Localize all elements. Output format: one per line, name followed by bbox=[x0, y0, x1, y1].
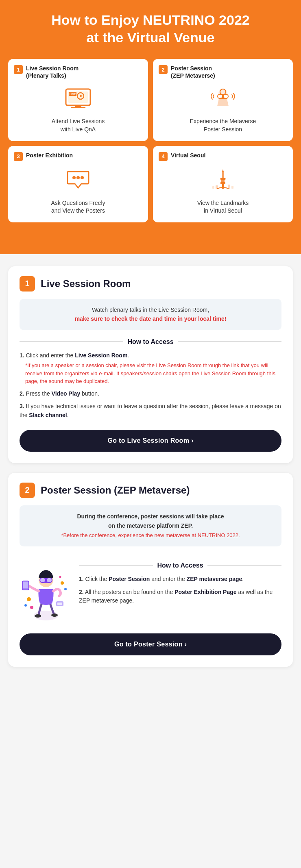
card-header-3: 3 Poster Exhibition bbox=[14, 152, 142, 161]
section-1-info-normal: Watch plenary talks in the Live Session … bbox=[92, 307, 209, 313]
section-1-header: 1 Live Session Room bbox=[20, 276, 281, 292]
metaverse-person-illustration bbox=[22, 559, 70, 624]
card-header-2: 2 Poster Session(ZEP Metaverse) bbox=[159, 65, 287, 79]
section-2-info-box: During the conference, poster sessions w… bbox=[20, 505, 281, 546]
poster-illustration bbox=[20, 555, 72, 624]
section-2-steps: 1. Click the Poster Session and enter th… bbox=[79, 575, 281, 605]
svg-rect-41 bbox=[57, 603, 62, 605]
top-grid-wrapper: 1 Live Session Room(Plenary Talks) LIVE … bbox=[0, 59, 301, 239]
svg-rect-34 bbox=[40, 578, 45, 582]
card-header-1: 1 Live Session Room(Plenary Talks) bbox=[14, 65, 142, 79]
feature-grid: 1 Live Session Room(Plenary Talks) LIVE … bbox=[8, 59, 293, 222]
svg-point-44 bbox=[59, 576, 61, 578]
svg-rect-21 bbox=[222, 172, 224, 180]
divider-line-right bbox=[178, 342, 281, 342]
svg-point-16 bbox=[81, 176, 84, 179]
svg-rect-7 bbox=[71, 107, 85, 108]
section-1-how-to-access: How to Access bbox=[127, 338, 173, 346]
section-1-steps: 1. Click and enter the Live Session Room… bbox=[20, 351, 281, 420]
svg-point-38 bbox=[24, 604, 27, 607]
poster-exhibition-icon bbox=[63, 168, 93, 195]
svg-rect-26 bbox=[231, 186, 233, 189]
svg-point-28 bbox=[35, 614, 41, 618]
svg-rect-31 bbox=[23, 582, 28, 588]
grid-card-1: 1 Live Session Room(Plenary Talks) LIVE … bbox=[8, 59, 148, 141]
card-desc-2: Experience the MetaversePoster Session bbox=[190, 117, 256, 133]
section-2-how-to-access: How to Access bbox=[157, 562, 203, 569]
svg-point-29 bbox=[51, 613, 58, 617]
section-2-divider: How to Access bbox=[79, 562, 281, 569]
section-2-badge: 2 bbox=[20, 483, 35, 498]
sections-wrapper: 1 Live Session Room Watch plenary talks … bbox=[0, 254, 301, 679]
divider-line-right-2 bbox=[207, 566, 281, 566]
section-1-info-red: make sure to check the date and time in … bbox=[75, 315, 227, 322]
card-title-3: Poster Exhibition bbox=[26, 152, 73, 159]
svg-point-37 bbox=[27, 597, 31, 601]
main-title: How to Enjoy NEUTRINO 2022 at the Virtua… bbox=[16, 11, 285, 46]
svg-rect-19 bbox=[221, 180, 225, 183]
section-1-badge: 1 bbox=[20, 276, 35, 292]
card-badge-2: 2 bbox=[159, 65, 168, 74]
card-title-4: Virtual Seoul bbox=[171, 152, 205, 159]
svg-rect-23 bbox=[216, 185, 218, 189]
step-1-3: 3. If you have technical issues or want … bbox=[20, 402, 281, 420]
svg-rect-12 bbox=[224, 95, 228, 98]
step-1-1: 1. Click and enter the Live Session Room… bbox=[20, 351, 281, 385]
divider-line-left bbox=[20, 342, 123, 342]
svg-rect-24 bbox=[228, 185, 230, 189]
grid-card-3: 3 Poster Exhibition Ask Questions Freely… bbox=[8, 146, 148, 222]
svg-point-14 bbox=[72, 176, 76, 179]
section-1-card: 1 Live Session Room Watch plenary talks … bbox=[8, 266, 293, 463]
divider-line-left-2 bbox=[79, 566, 153, 566]
grid-card-2: 2 Poster Session(ZEP Metaverse) bbox=[153, 59, 293, 141]
card-badge-3: 3 bbox=[14, 152, 23, 161]
step-1-2: 2. Press the Video Play button. bbox=[20, 389, 281, 398]
grid-card-4: 4 Virtual Seoul bbox=[153, 146, 293, 222]
card-desc-1: Attend Live Sessionswith Live QnA bbox=[52, 117, 105, 133]
live-session-icon: LIVE bbox=[63, 86, 93, 113]
svg-text:LIVE: LIVE bbox=[70, 93, 76, 96]
svg-point-15 bbox=[76, 176, 80, 179]
section-2-title: Poster Session (ZEP Metaverse) bbox=[41, 485, 190, 496]
virtual-seoul-icon bbox=[208, 168, 238, 195]
section-2-info-bold: During the conference, poster sessions w… bbox=[77, 513, 224, 529]
card-header-4: 4 Virtual Seoul bbox=[159, 152, 287, 161]
svg-rect-11 bbox=[218, 95, 222, 98]
card-title-2: Poster Session(ZEP Metaverse) bbox=[171, 65, 215, 79]
header: How to Enjoy NEUTRINO 2022 at the Virtua… bbox=[0, 0, 301, 59]
section-2-card: 2 Poster Session (ZEP Metaverse) During … bbox=[8, 473, 293, 667]
svg-rect-35 bbox=[47, 578, 52, 582]
svg-rect-25 bbox=[212, 186, 214, 189]
step-2-2: 2. All the posters can be found on the P… bbox=[79, 588, 281, 605]
section-1-title: Live Session Room bbox=[41, 278, 131, 289]
go-to-poster-session-button[interactable]: Go to Poster Session › bbox=[20, 633, 281, 655]
step-1-1-note: *If you are a speaker or a session chair… bbox=[20, 361, 281, 385]
card-badge-1: 1 bbox=[14, 65, 23, 74]
section-1-info-box: Watch plenary talks in the Live Session … bbox=[20, 299, 281, 330]
step-2-1: 1. Click the Poster Session and enter th… bbox=[79, 575, 281, 584]
metaverse-icon bbox=[208, 86, 238, 113]
arrow-down-icon bbox=[135, 239, 166, 254]
card-desc-4: View the Landmarksin Virtual Seoul bbox=[197, 199, 249, 215]
arrow-wrapper bbox=[0, 239, 301, 254]
svg-marker-22 bbox=[222, 169, 224, 172]
poster-access-row: How to Access 1. Click the Poster Sessio… bbox=[20, 555, 281, 624]
section-2-info-red: *Before the conference, experience the n… bbox=[61, 532, 240, 538]
card-badge-4: 4 bbox=[159, 152, 168, 161]
card-desc-3: Ask Questions Freelyand View the Posters bbox=[51, 199, 105, 215]
svg-rect-6 bbox=[75, 105, 81, 107]
section-2-header: 2 Poster Session (ZEP Metaverse) bbox=[20, 483, 281, 498]
svg-point-42 bbox=[61, 581, 64, 585]
go-to-live-session-button[interactable]: Go to Live Session Room › bbox=[20, 430, 281, 452]
svg-point-43 bbox=[64, 588, 67, 590]
card-title-1: Live Session Room(Plenary Talks) bbox=[26, 65, 79, 79]
svg-point-39 bbox=[30, 606, 33, 609]
poster-steps-col: How to Access 1. Click the Poster Sessio… bbox=[79, 555, 281, 605]
section-1-divider: How to Access bbox=[20, 338, 281, 346]
